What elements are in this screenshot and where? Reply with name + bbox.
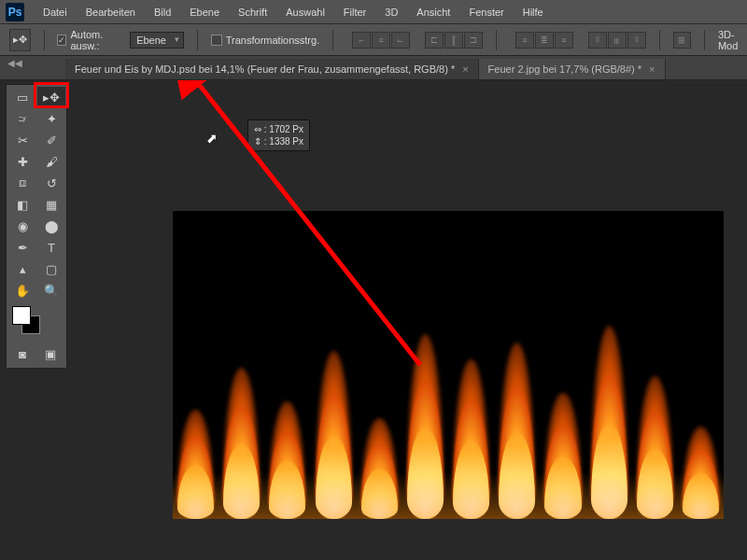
magic-wand-tool-icon[interactable]: ✦	[37, 108, 65, 129]
lasso-tool-icon[interactable]: ⟉	[8, 108, 36, 129]
distribute-group-1: ≡ ≣ ≡	[515, 32, 573, 49]
history-brush-tool-icon[interactable]: ↺	[37, 173, 65, 193]
checkbox-icon: ✓	[57, 35, 66, 46]
eyedropper-tool-icon[interactable]: ✐	[37, 130, 65, 150]
tab-label: Feuer 2.jpg bei 17,7% (RGB/8#) *	[488, 63, 641, 75]
path-select-tool-icon[interactable]: ▴	[8, 259, 36, 279]
align-bottom-icon[interactable]: ⌙	[391, 32, 410, 49]
align-left-icon[interactable]: ⊏	[425, 32, 444, 49]
type-tool-icon[interactable]: T	[37, 237, 65, 258]
blur-tool-icon[interactable]: ◉	[8, 216, 36, 236]
document-tab-inactive[interactable]: Feuer 2.jpg bei 17,7% (RGB/8#) * ×	[479, 59, 666, 79]
menu-window[interactable]: Fenster	[459, 0, 513, 23]
document-tab-bar: Feuer und Eis by MDJ.psd bei 14,1% (Feue…	[0, 56, 747, 80]
align-top-icon[interactable]: ⌐	[352, 32, 371, 49]
pen-tool-icon[interactable]: ✒	[8, 237, 36, 258]
dodge-tool-icon[interactable]: ⬤	[37, 216, 65, 236]
quickmask-icon[interactable]: ◙	[8, 345, 36, 362]
height-value: 1338 Px	[269, 136, 303, 147]
menu-layer[interactable]: Ebene	[180, 0, 229, 23]
align-group-1: ⌐ ≡ ⌙	[352, 32, 410, 49]
menu-filter[interactable]: Filter	[334, 0, 375, 23]
fire-glow	[173, 472, 724, 519]
auto-select-label: Autom. ausw.:	[70, 29, 120, 51]
document-tab-active[interactable]: Feuer und Eis by MDJ.psd bei 14,1% (Feue…	[65, 59, 479, 79]
width-value: 1702 Px	[269, 124, 303, 134]
crop-tool-icon[interactable]: ✂	[8, 130, 36, 150]
screenmode-icon[interactable]: ▣	[36, 345, 64, 362]
heal-tool-icon[interactable]: ✚	[8, 151, 36, 172]
distribute-group-2: ⫴ ⫼ ⫴	[588, 32, 646, 49]
transform-controls-label: Transformationsstrg.	[226, 35, 319, 46]
measurement-tooltip: ⇔ : 1702 Px ⇕ : 1338 Px	[247, 119, 310, 151]
workspace: ▭ ▸✥ ⟉ ✦ ✂ ✐ ✚ 🖌 ⧈ ↺ ◧ ▦ ◉ ⬤ ✒ T ▴ ▢ ✋ 🔍…	[0, 80, 747, 560]
menu-file[interactable]: Datei	[34, 0, 77, 23]
close-icon[interactable]: ×	[462, 63, 468, 75]
align-hcenter-icon[interactable]: ║	[444, 32, 463, 49]
transform-controls-checkbox[interactable]: Transformationsstrg.	[211, 35, 319, 46]
dist-bottom-icon[interactable]: ≡	[555, 32, 573, 49]
separator	[44, 30, 45, 50]
dist-left-icon[interactable]: ⫴	[588, 32, 607, 49]
menu-edit[interactable]: Bearbeiten	[77, 0, 145, 23]
separator	[659, 30, 660, 50]
auto-align-icon[interactable]: ⊞	[673, 32, 692, 49]
move-tool-icon[interactable]: ▸✥	[37, 87, 65, 107]
width-label: ⇔ :	[254, 124, 267, 134]
mode-3d-label[interactable]: 3D-Mod	[718, 29, 747, 51]
dist-top-icon[interactable]: ≡	[515, 32, 534, 49]
collapse-panels-icon[interactable]: ◀◀	[7, 58, 22, 68]
eraser-tool-icon[interactable]: ◧	[8, 194, 36, 215]
menu-type[interactable]: Schrift	[229, 0, 276, 23]
mouse-cursor-icon: ⬈	[206, 131, 218, 146]
dist-vcenter-icon[interactable]: ≣	[535, 32, 554, 49]
color-swatch[interactable]	[8, 306, 64, 340]
separator	[704, 30, 705, 50]
dist-hcenter-icon[interactable]: ⫼	[608, 32, 627, 49]
options-bar: ▸✥ ✓ Autom. ausw.: Ebene Transformations…	[0, 24, 747, 56]
separator	[197, 30, 198, 50]
gradient-tool-icon[interactable]: ▦	[37, 194, 65, 215]
dist-right-icon[interactable]: ⫴	[627, 32, 646, 49]
separator	[496, 30, 497, 50]
close-icon[interactable]: ×	[649, 63, 655, 75]
clone-tool-icon[interactable]: ⧈	[8, 173, 36, 193]
layer-dropdown[interactable]: Ebene	[130, 32, 184, 49]
separator	[332, 30, 333, 50]
menu-bar: Ps Datei Bearbeiten Bild Ebene Schrift A…	[0, 0, 747, 24]
menu-view[interactable]: Ansicht	[407, 0, 459, 23]
app-logo: Ps	[6, 3, 24, 21]
document-canvas[interactable]	[173, 211, 724, 519]
move-tool-indicator-icon[interactable]: ▸✥	[9, 29, 31, 51]
shape-tool-icon[interactable]: ▢	[37, 259, 65, 279]
align-vcenter-icon[interactable]: ≡	[372, 32, 390, 49]
menu-3d[interactable]: 3D	[375, 0, 407, 23]
align-right-icon[interactable]: ⊐	[464, 32, 483, 49]
marquee-tool-icon[interactable]: ▭	[8, 87, 36, 107]
menu-select[interactable]: Auswahl	[276, 0, 334, 23]
height-label: ⇕ :	[254, 136, 267, 147]
brush-tool-icon[interactable]: 🖌	[37, 151, 65, 172]
hand-tool-icon[interactable]: ✋	[8, 280, 36, 301]
zoom-tool-icon[interactable]: 🔍	[37, 280, 65, 301]
align-group-2: ⊏ ║ ⊐	[425, 32, 483, 49]
auto-select-checkbox[interactable]: ✓ Autom. ausw.:	[57, 29, 120, 51]
foreground-color-swatch[interactable]	[12, 306, 31, 325]
checkbox-icon	[211, 35, 222, 46]
menu-help[interactable]: Hilfe	[514, 0, 553, 23]
menu-image[interactable]: Bild	[145, 0, 180, 23]
toolbox: ▭ ▸✥ ⟉ ✦ ✂ ✐ ✚ 🖌 ⧈ ↺ ◧ ▦ ◉ ⬤ ✒ T ▴ ▢ ✋ 🔍…	[6, 84, 67, 369]
tab-label: Feuer und Eis by MDJ.psd bei 14,1% (Feue…	[75, 63, 455, 75]
